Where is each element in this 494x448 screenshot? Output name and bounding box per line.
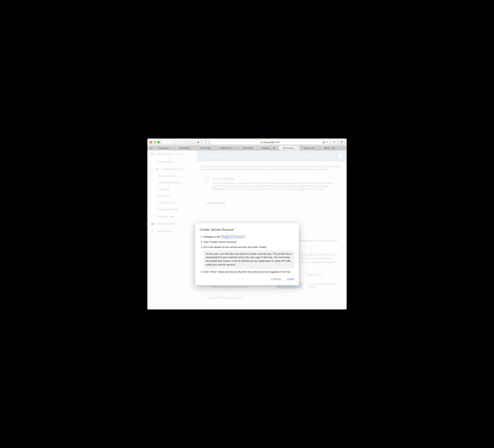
minimize-window-button[interactable] bbox=[153, 141, 156, 143]
share-button[interactable] bbox=[332, 140, 337, 144]
nav-buttons: ‹ › bbox=[162, 140, 173, 144]
extension-button-2[interactable]: ⓘ bbox=[203, 140, 208, 144]
dialog-actions: CANCEL DONE bbox=[200, 278, 294, 281]
browser-tab[interactable]: Publish to G… bbox=[217, 146, 238, 150]
svg-rect-4 bbox=[341, 141, 343, 143]
browser-tab[interactable]: Service acc… bbox=[300, 146, 321, 150]
titlebar-right bbox=[332, 140, 344, 144]
google-api-console-link[interactable]: Google API Console. bbox=[221, 235, 245, 238]
page-content: Google Play Console ← All applications ▾… bbox=[147, 150, 347, 310]
browser-tab[interactable]: Stores · Sm… bbox=[321, 146, 341, 150]
done-button[interactable]: DONE bbox=[287, 278, 294, 281]
tabs-button[interactable] bbox=[339, 140, 344, 144]
forward-button[interactable]: › bbox=[168, 140, 173, 144]
back-button[interactable]: ‹ bbox=[162, 140, 168, 144]
audio-icon[interactable]: 🔊 bbox=[322, 141, 325, 144]
sidebar-toggle-button[interactable] bbox=[175, 140, 180, 144]
browser-tab[interactable]: delivery.ac… bbox=[155, 146, 175, 150]
url-text: play.google.com bbox=[263, 141, 280, 144]
browser-tab[interactable]: API access… bbox=[196, 146, 217, 150]
tab-strip: Co delivery.ac… Bug 59400:… API access… … bbox=[147, 146, 347, 150]
reload-icon[interactable]: ⟳ bbox=[326, 141, 328, 144]
maximize-window-button[interactable] bbox=[157, 141, 160, 143]
step-4: Click "Done" below and ensure that the n… bbox=[203, 270, 294, 274]
browser-tab-active[interactable]: API access… bbox=[279, 146, 300, 150]
create-service-account-dialog: Create Service Account Navigate to the G… bbox=[195, 223, 299, 285]
titlebar: ‹ › ◐ ⓘ 🔒 play.google.com 🔊 ⟳ bbox=[147, 138, 347, 146]
browser-tab[interactable]: Grammarly bbox=[238, 146, 258, 150]
close-window-button[interactable] bbox=[150, 141, 152, 143]
extension-button-1[interactable]: ◐ bbox=[196, 140, 201, 144]
window-controls bbox=[150, 141, 160, 143]
step-1: Navigate to the Google API Console. bbox=[203, 235, 294, 238]
tabs-icon bbox=[340, 141, 343, 143]
reader-controls: 🔊 ⟳ bbox=[322, 141, 328, 144]
new-tab-button[interactable]: + bbox=[341, 146, 347, 150]
browser-window: ‹ › ◐ ⓘ 🔒 play.google.com 🔊 ⟳ bbox=[147, 138, 347, 310]
share-icon bbox=[333, 141, 335, 143]
step-3: Fill in the details for the service acco… bbox=[203, 246, 294, 268]
browser-tab[interactable]: Bug 59400:… bbox=[175, 146, 196, 150]
cancel-button[interactable]: CANCEL bbox=[271, 278, 282, 281]
toolbar-extensions: ◐ ⓘ bbox=[196, 140, 208, 144]
svg-rect-0 bbox=[176, 141, 179, 143]
step-2: Click 'Create Service Account'. bbox=[203, 240, 294, 244]
browser-tab[interactable]: Fragmen… 🔊 bbox=[258, 146, 279, 150]
sidebar-icon bbox=[176, 141, 179, 143]
dialog-title: Create Service Account bbox=[200, 228, 294, 232]
dialog-steps: Navigate to the Google API Console. Clic… bbox=[200, 235, 294, 274]
url-bar[interactable]: 🔒 play.google.com 🔊 ⟳ bbox=[210, 140, 329, 145]
svg-rect-3 bbox=[340, 141, 342, 143]
browser-tab[interactable]: Co bbox=[147, 146, 155, 150]
step-3-note: At this point, you will have the option … bbox=[203, 250, 294, 268]
lock-icon: 🔒 bbox=[260, 141, 262, 143]
